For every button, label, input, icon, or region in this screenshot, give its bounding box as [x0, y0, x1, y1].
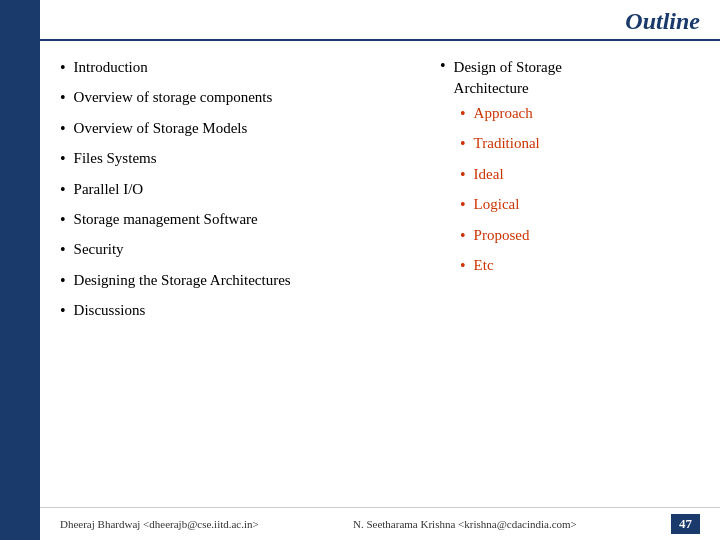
page-number: 47 — [671, 514, 700, 534]
list-item: Introduction — [60, 57, 420, 79]
title-bar: Outline — [40, 0, 720, 41]
list-item: Security — [60, 239, 420, 261]
slide-title: Outline — [625, 8, 700, 35]
list-item: Designing the Storage Architectures — [60, 270, 420, 292]
list-item: Overview of storage components — [60, 87, 420, 109]
sidebar — [0, 0, 40, 540]
left-column: Introduction Overview of storage compone… — [60, 57, 440, 497]
list-item: Proposed — [460, 225, 700, 247]
right-bullet-list: Approach Traditional Ideal Logical Propo… — [460, 103, 700, 277]
list-item: Files Systems — [60, 148, 420, 170]
design-header-text: Design of Storage Architecture — [454, 57, 562, 99]
list-item: Parallel I/O — [60, 179, 420, 201]
footer: Dheeraj Bhardwaj <dheerajb@cse.iitd.ac.i… — [40, 507, 720, 540]
list-item: Logical — [460, 194, 700, 216]
content-area: Introduction Overview of storage compone… — [40, 41, 720, 507]
main-content: Outline Introduction Overview of storage… — [40, 0, 720, 540]
design-header: Design of Storage Architecture — [440, 57, 700, 99]
list-item: Traditional — [460, 133, 700, 155]
footer-right-author: N. Seetharama Krishna <krishna@cdacindia… — [353, 518, 577, 530]
footer-left-author: Dheeraj Bhardwaj <dheerajb@cse.iitd.ac.i… — [60, 518, 259, 530]
list-item: Ideal — [460, 164, 700, 186]
list-item: Discussions — [60, 300, 420, 322]
left-bullet-list: Introduction Overview of storage compone… — [60, 57, 420, 323]
list-item: Storage management Software — [60, 209, 420, 231]
list-item: Overview of Storage Models — [60, 118, 420, 140]
right-column: Design of Storage Architecture Approach … — [440, 57, 700, 497]
list-item: Approach — [460, 103, 700, 125]
list-item: Etc — [460, 255, 700, 277]
